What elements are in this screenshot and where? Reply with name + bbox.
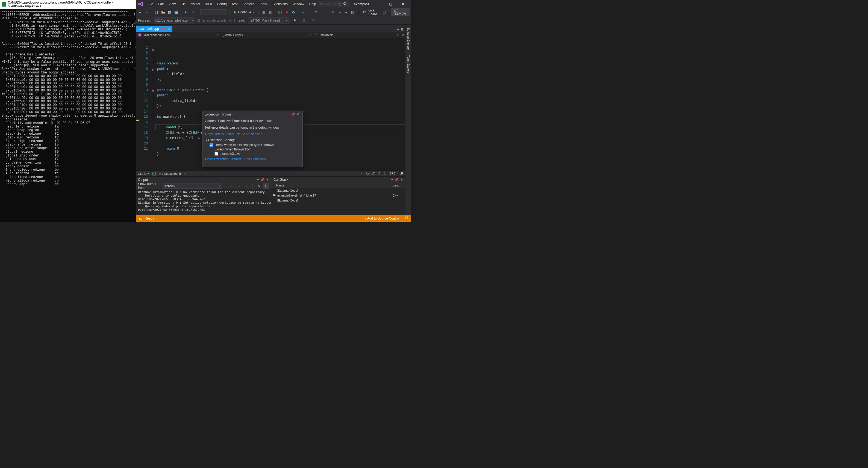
debug-tool-icon[interactable]: ▦ <box>261 9 267 15</box>
menu-extensions[interactable]: Extensions <box>269 1 290 7</box>
nav-fwd-icon[interactable]: ► <box>144 9 150 15</box>
live-share-button[interactable]: Live Share <box>368 8 380 16</box>
step-out-icon[interactable]: ↑ <box>320 9 326 15</box>
main-toolbar: ◄ ► <box>136 8 411 16</box>
break-when-checkbox[interactable]: Break when this exception type is thrown <box>210 143 300 147</box>
continue-button[interactable]: Continue ▾ <box>232 9 256 15</box>
menu-analyze[interactable]: Analyze <box>241 1 256 7</box>
add-source-control-button[interactable]: ↑Add to Source Control▴ <box>365 216 402 220</box>
menu-tools[interactable]: Tools <box>257 1 269 7</box>
menu-git[interactable]: Git <box>178 1 187 7</box>
callstack-panel: Call Stack ▾ 📌 ✕ Name Lang [External Cod… <box>271 177 405 215</box>
tool2-icon[interactable]: ↘ <box>337 9 342 15</box>
output-body[interactable]: RichNav Information: 0 : No workspace fo… <box>136 189 271 215</box>
save-all-icon[interactable] <box>174 9 179 15</box>
restart-icon[interactable] <box>291 9 296 15</box>
menu-window[interactable]: Window <box>290 1 307 7</box>
feedback-icon[interactable] <box>382 9 387 15</box>
tool3-icon[interactable]: ⇥ <box>343 9 349 15</box>
thread-icon[interactable]: ⊞ <box>301 18 307 24</box>
show-next-statement-icon[interactable]: → <box>301 9 306 15</box>
side-tab-solution-explorer[interactable]: Solution Explorer <box>406 26 411 53</box>
lifecycle-icon[interactable]: ▦ <box>197 19 200 22</box>
tab-close-icon[interactable]: ✕ <box>167 27 170 31</box>
tab-hamburger-icon[interactable]: ☰ <box>401 28 404 32</box>
zoom-combo[interactable]: 111 %▾ <box>138 172 149 175</box>
search-input[interactable] <box>320 2 343 6</box>
output-source-combo[interactable]: RichNav <box>162 183 222 189</box>
callstack-row[interactable]: [External Code] <box>271 198 405 203</box>
nav-scope-combo[interactable]: (Global Scope) <box>220 32 313 38</box>
wrap-icon[interactable]: ↩ <box>264 183 269 189</box>
out-tool3-icon[interactable]: ≣ <box>244 183 249 189</box>
open-icon[interactable] <box>161 9 166 15</box>
close-icon[interactable]: ✕ <box>296 112 300 116</box>
panel-dropdown-icon[interactable]: ▾ <box>257 178 259 181</box>
svg-rect-2 <box>155 11 157 14</box>
pin-icon[interactable]: 📌 <box>290 112 296 116</box>
callstack-row[interactable]: [External Code] <box>271 188 405 193</box>
clear-icon[interactable]: ✕ <box>256 183 261 189</box>
menu-edit[interactable]: Edit <box>156 1 166 7</box>
resize-grip-icon[interactable]: ⣠ <box>203 163 303 167</box>
nav-member-combo[interactable]: main(void) <box>313 32 400 38</box>
nav-project-combo[interactable]: Miscellaneous Files <box>136 32 220 38</box>
nav-back-icon[interactable]: ◄ <box>137 9 143 15</box>
side-tab-team-explorer[interactable]: Team Explorer <box>406 53 411 77</box>
stop-icon[interactable]: ■ <box>284 9 289 15</box>
vs-logo-icon <box>138 1 144 7</box>
tool4-icon[interactable]: ▤ <box>350 9 355 15</box>
panel-pin-icon[interactable]: 📌 <box>395 178 399 181</box>
cycle-icon[interactable]: ↺ <box>310 18 317 24</box>
redo-icon[interactable] <box>190 9 196 15</box>
code-editor[interactable]: 123456789101112131415161718192021 ⊟│││ ⊟… <box>136 38 405 170</box>
menu-test[interactable]: Test <box>229 1 240 7</box>
undo-icon[interactable] <box>184 9 189 15</box>
panel-dropdown-icon[interactable]: ▾ <box>391 178 393 181</box>
open-exception-settings-link[interactable]: Open Exception Settings <box>205 157 241 161</box>
process-combo[interactable]: [11708] example3.exe <box>154 18 194 24</box>
save-icon[interactable] <box>167 9 173 15</box>
tool5-icon[interactable]: ⋮ <box>356 9 362 15</box>
exception-settings-toggle[interactable]: ◢Exception Settings <box>205 138 300 142</box>
method-icon <box>315 33 319 37</box>
callstack-row[interactable]: example3.exe!main() Line 17C++ <box>271 193 405 198</box>
edit-conditions-link[interactable]: Edit Conditions <box>244 157 267 161</box>
start-liveshare-link[interactable]: Start Live Share session... <box>227 132 265 136</box>
split-icon[interactable]: ⊞ <box>400 33 405 37</box>
panel-close-icon[interactable]: ✕ <box>266 178 269 181</box>
step-over-icon[interactable]: ↷ <box>314 9 319 15</box>
tab-example3[interactable]: example3.cpp 📌 ✕ <box>136 26 173 32</box>
debug-tool2-icon[interactable]: ▦ <box>268 9 273 15</box>
menu-file[interactable]: File <box>146 1 155 7</box>
except-item-checkbox[interactable]: example3.exe <box>214 152 300 156</box>
pin-icon[interactable]: 📌 <box>161 27 165 31</box>
menu-help[interactable]: Help <box>307 1 318 7</box>
stack-frame-icon[interactable]: ⚑ <box>291 18 298 24</box>
menu-debug[interactable]: Debug <box>215 1 229 7</box>
console-titlebar[interactable]: C:\MSDN\cpp-docs-pr\docs\c-language\ASAN… <box>0 0 136 9</box>
tool-icon[interactable]: ⟲ <box>330 9 336 15</box>
int-preview-badge: INT PREVIEW <box>391 8 409 16</box>
menu-view[interactable]: View <box>166 1 178 7</box>
panel-pin-icon[interactable]: 📌 <box>260 178 265 181</box>
editor-status-bar: 111 %▾ ✓ No issues found ◂ ▸ Ln: 17 Ch: … <box>136 170 405 176</box>
new-item-icon[interactable] <box>154 9 160 15</box>
config-combo[interactable] <box>200 9 227 15</box>
pause-icon[interactable]: ❚❚ <box>278 9 283 15</box>
panel-close-icon[interactable]: ✕ <box>400 178 403 181</box>
minimize-button[interactable]: ─ <box>372 0 384 8</box>
out-tool1-icon[interactable]: ≣ <box>229 183 234 189</box>
maximize-button[interactable]: ▢ <box>384 0 397 8</box>
step-into-icon[interactable]: ↓ <box>307 9 313 15</box>
global-search[interactable] <box>318 1 349 7</box>
menu-project[interactable]: Project <box>187 1 202 7</box>
tab-dropdown-icon[interactable]: ▾ <box>397 28 399 32</box>
thread-combo[interactable]: [24756] Main Thread <box>248 18 289 24</box>
notifications-icon[interactable]: 2 <box>405 216 408 221</box>
svg-text:2: 2 <box>407 216 408 218</box>
out-tool2-icon[interactable]: ≣ <box>236 183 242 189</box>
close-button[interactable]: ✕ <box>397 0 409 8</box>
copy-details-link[interactable]: Copy Details <box>205 132 224 136</box>
menu-build[interactable]: Build <box>203 1 214 7</box>
